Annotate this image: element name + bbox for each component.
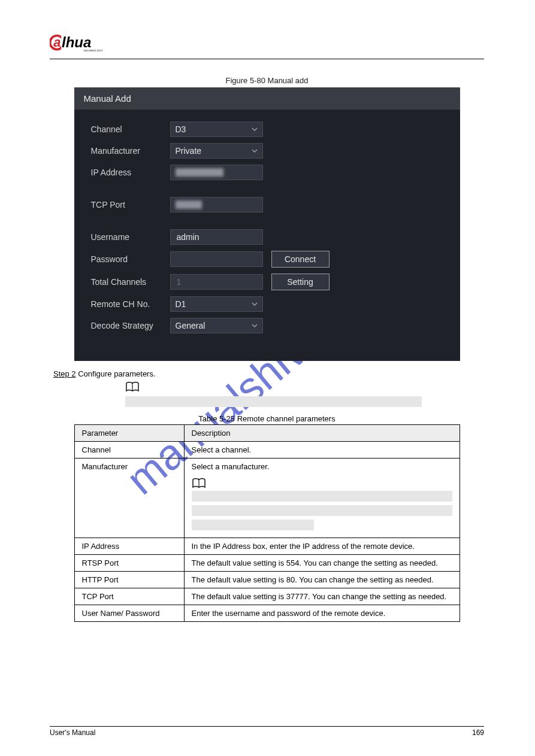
chevron-down-icon bbox=[252, 148, 258, 154]
channel-value: D3 bbox=[176, 125, 186, 134]
channel-select[interactable]: D3 bbox=[170, 122, 263, 137]
brand-logo: a lhua TECHNOLOGY bbox=[50, 30, 484, 54]
header-description: Description bbox=[184, 425, 460, 442]
footer: User's Manual 169 bbox=[50, 726, 484, 737]
table-header: Parameter Description bbox=[74, 425, 460, 442]
header-parameter: Parameter bbox=[74, 425, 184, 442]
step-text: Step 2 Configure parameters. bbox=[53, 369, 484, 378]
table-caption: Table 5-25 Remote channel parameters bbox=[50, 414, 484, 423]
svg-text:TECHNOLOGY: TECHNOLOGY bbox=[83, 49, 103, 52]
tcp-input[interactable] bbox=[170, 197, 263, 212]
svg-text:lhua: lhua bbox=[62, 34, 91, 50]
setting-button[interactable]: Setting bbox=[271, 274, 330, 290]
table-row: RTSP Port The default value setting is 5… bbox=[74, 555, 460, 572]
table-row: HTTP Port The default value setting is 8… bbox=[74, 572, 460, 588]
manual-add-dialog: Manual Add Channel D3 Manufacturer Priva… bbox=[74, 87, 460, 361]
password-label: Password bbox=[91, 254, 170, 264]
chevron-down-icon bbox=[252, 301, 258, 307]
chevron-down-icon bbox=[252, 126, 258, 132]
username-value[interactable] bbox=[176, 232, 258, 242]
footer-right: 169 bbox=[472, 728, 484, 737]
manufacturer-value: Private bbox=[176, 146, 202, 156]
total-channels-value bbox=[176, 277, 258, 287]
dialog-title: Manual Add bbox=[74, 87, 460, 110]
footer-left: User's Manual bbox=[50, 728, 95, 737]
remote-ch-select[interactable]: D1 bbox=[170, 296, 263, 312]
note-line bbox=[192, 491, 452, 502]
note-block bbox=[125, 381, 484, 407]
redacted-text bbox=[176, 201, 202, 209]
tcp-label: TCP Port bbox=[91, 200, 170, 210]
username-input[interactable] bbox=[170, 229, 263, 245]
param-table: Parameter Description Channel Select a c… bbox=[74, 424, 460, 622]
channel-label: Channel bbox=[91, 125, 170, 134]
table-row: IP Address In the IP Address box, enter … bbox=[74, 538, 460, 555]
remote-ch-label: Remote CH No. bbox=[91, 299, 170, 309]
svg-text:a: a bbox=[53, 35, 61, 50]
note-line bbox=[192, 520, 314, 530]
ip-input[interactable] bbox=[170, 165, 263, 180]
manufacturer-select[interactable]: Private bbox=[170, 143, 263, 159]
redacted-text bbox=[176, 168, 223, 177]
decode-select[interactable]: General bbox=[170, 318, 263, 333]
total-channels-input[interactable] bbox=[170, 274, 263, 290]
decode-label: Decode Strategy bbox=[91, 321, 170, 330]
remote-ch-value: D1 bbox=[176, 299, 186, 309]
password-input[interactable] bbox=[170, 251, 263, 267]
figure-caption: Figure 5-80 Manual add bbox=[50, 76, 484, 85]
book-icon bbox=[125, 381, 140, 395]
connect-button[interactable]: Connect bbox=[271, 251, 330, 268]
manufacturer-label: Manufacturer bbox=[91, 146, 170, 156]
table-row: Channel Select a channel. bbox=[74, 442, 460, 459]
ip-label: IP Address bbox=[91, 168, 170, 177]
table-row: User Name/ Password Enter the username a… bbox=[74, 605, 460, 622]
password-value[interactable] bbox=[176, 254, 258, 265]
note-highlight bbox=[125, 396, 422, 407]
decode-value: General bbox=[176, 321, 205, 330]
book-icon bbox=[192, 482, 206, 491]
chevron-down-icon bbox=[252, 323, 258, 329]
table-row: Manufacturer Select a manufacturer. bbox=[74, 459, 460, 538]
table-row: TCP Port The default value setting is 37… bbox=[74, 588, 460, 605]
header-divider bbox=[50, 59, 484, 59]
username-label: Username bbox=[91, 232, 170, 242]
note-line bbox=[192, 505, 452, 516]
total-channels-label: Total Channels bbox=[91, 277, 170, 287]
